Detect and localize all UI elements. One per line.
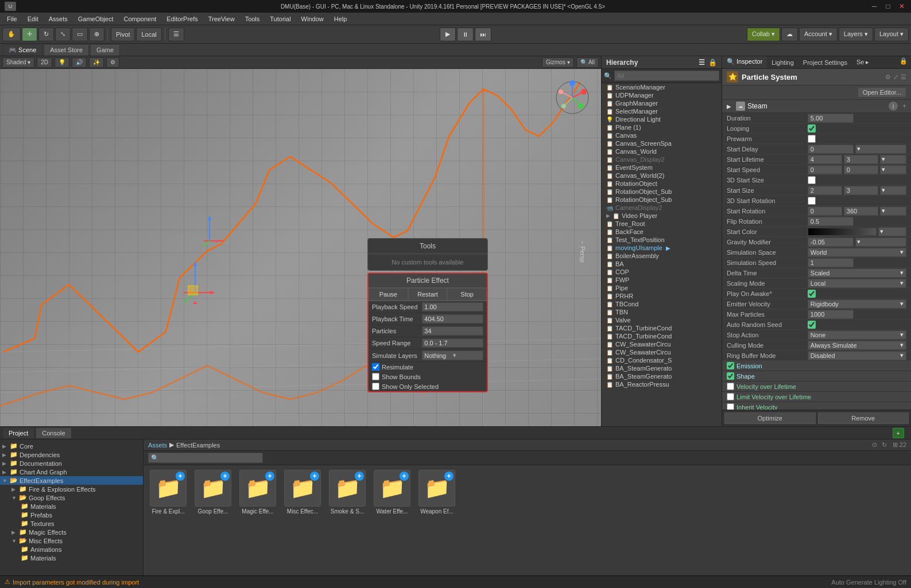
hierarchy-item-ba-steam-2[interactable]: 📋 BA_SteamGenerato xyxy=(602,372,722,380)
tree-item-documentation[interactable]: ▶ 📁 Documentation xyxy=(0,459,143,468)
optimize-button[interactable]: Optimize xyxy=(724,412,816,424)
simulation-space-dropdown[interactable]: World ▾ xyxy=(808,248,906,257)
asset-goop-effects[interactable]: 📁 + Goop Effe... xyxy=(193,470,233,571)
hierarchy-item-ba[interactable]: 📋 BA xyxy=(602,260,722,268)
show-only-selected-checkbox[interactable] xyxy=(372,383,379,390)
hierarchy-item-video-player[interactable]: ▶ 📋 Video Player xyxy=(602,212,722,220)
limit-velocity-section[interactable]: Limit Velocity over Lifetime xyxy=(722,392,911,402)
auto-random-seed-checkbox[interactable] xyxy=(808,321,816,329)
start-rotation-input2[interactable] xyxy=(844,207,878,216)
tree-item-goop-effects[interactable]: ▼ 📂 Goop Effects xyxy=(0,493,143,502)
tree-item-prefabs[interactable]: 📁 Prefabs xyxy=(0,511,143,519)
duration-input[interactable] xyxy=(808,114,854,123)
tree-item-animations[interactable]: 📁 Animations xyxy=(0,545,143,554)
play-on-awake-checkbox[interactable] xyxy=(808,290,816,298)
emitter-velocity-dropdown[interactable]: Rigidbody ▾ xyxy=(808,299,906,309)
account-button[interactable]: Account ▾ xyxy=(799,28,838,41)
overlay-toggles[interactable]: ⚙ xyxy=(106,57,119,68)
playback-time-input[interactable] xyxy=(422,314,483,324)
hierarchy-search-input[interactable] xyxy=(614,71,719,81)
asset-smoke[interactable]: 📁 + Smoke & S... xyxy=(327,470,367,571)
hierarchy-item-select-manager[interactable]: 📋 SelectManager xyxy=(602,107,722,115)
maximize-button[interactable]: □ xyxy=(883,2,893,11)
start-lifetime-input1[interactable] xyxy=(808,155,842,164)
tab-asset-store[interactable]: Asset Store xyxy=(44,44,89,56)
menu-item-file[interactable]: File xyxy=(2,14,22,24)
show-bounds-checkbox[interactable] xyxy=(372,373,379,380)
restart-particle-button[interactable]: Restart xyxy=(408,288,448,301)
hierarchy-item-camera-display2[interactable]: 📹 CameraDisplay2 xyxy=(602,204,722,212)
tree-item-textures[interactable]: 📁 Textures xyxy=(0,519,143,528)
hierarchy-item-eventsystem[interactable]: 📋 EventSystem xyxy=(602,163,722,172)
velocity-lifetime-section[interactable]: Velocity over Lifetime xyxy=(722,381,911,392)
menu-item-tools[interactable]: Tools xyxy=(241,14,265,24)
tree-item-misc-effects[interactable]: ▼ 📂 Misc Effects xyxy=(0,536,143,545)
hierarchy-item-cw-1[interactable]: 📋 CW_SeawaterCircu xyxy=(602,340,722,348)
tab-game[interactable]: Game xyxy=(90,44,120,56)
shape-section[interactable]: Shape xyxy=(722,371,911,381)
start-rotation-dropdown[interactable]: ▾ xyxy=(880,207,906,216)
inspector-tab-se[interactable]: Se ▸ xyxy=(852,56,874,68)
tree-item-core[interactable]: ▶ 📁 Core xyxy=(0,442,143,450)
pause-button[interactable]: ⏸ xyxy=(457,28,474,41)
delta-time-dropdown[interactable]: Scaled ▾ xyxy=(808,268,906,278)
hierarchy-item-backface[interactable]: 📋 BackFace xyxy=(602,228,722,236)
limit-velocity-checkbox[interactable] xyxy=(727,393,734,400)
hand-tool-button[interactable]: ✋ xyxy=(2,28,21,41)
menu-item-window[interactable]: Window xyxy=(297,14,328,24)
asset-misc-effects[interactable]: 📁 + Misc Effec... xyxy=(282,470,323,571)
start-speed-input2[interactable] xyxy=(844,165,878,174)
local-button[interactable]: Local xyxy=(136,28,161,41)
hierarchy-item-test-text[interactable]: 📋 Test_TextPosition xyxy=(602,236,722,244)
assets-root[interactable]: Assets xyxy=(148,442,167,449)
menu-item-gameobject[interactable]: GameObject xyxy=(73,14,118,24)
shaded-dropdown[interactable]: Shaded ▾ xyxy=(2,57,34,68)
collab-button[interactable]: Collab ▾ xyxy=(747,28,780,41)
add-asset-button[interactable]: + xyxy=(893,428,904,438)
hierarchy-item-scenario-manager[interactable]: 📋 ScenarioManager xyxy=(602,83,722,91)
hierarchy-item-tbn[interactable]: 📋 TBN xyxy=(602,308,722,316)
simulation-speed-input[interactable] xyxy=(808,258,854,267)
hierarchy-item-fwp[interactable]: 📋 FWP xyxy=(602,276,722,284)
hierarchy-item-canvas-world2[interactable]: 📋 Canvas_World(2) xyxy=(602,172,722,180)
hierarchy-item-moving-ui[interactable]: 📋 movingUIsample ▶ xyxy=(602,244,722,252)
particles-input[interactable] xyxy=(422,326,483,336)
transform-tool-button[interactable]: ⊕ xyxy=(89,28,104,41)
start-delay-input[interactable] xyxy=(808,145,854,154)
asset-fire-explosion[interactable]: 📁 + Fire & Expl... xyxy=(148,470,188,571)
cloud-button[interactable]: ☁ xyxy=(781,28,798,41)
shape-checkbox[interactable] xyxy=(727,372,734,380)
start-color-picker[interactable] xyxy=(808,228,877,236)
effects-toggle[interactable]: ✨ xyxy=(89,57,104,68)
tab-project[interactable]: Project xyxy=(2,427,34,439)
minimize-button[interactable]: ─ xyxy=(870,2,879,11)
tree-item-magic-effects[interactable]: ▶ 📁 Magic Effects xyxy=(0,528,143,536)
inherit-velocity-section[interactable]: Inherit Velocity xyxy=(722,402,911,410)
looping-checkbox[interactable] xyxy=(808,124,816,133)
hierarchy-item-canvas-screenspace[interactable]: 📋 Canvas_ScreenSpa xyxy=(602,139,722,147)
hierarchy-item-rotation-sub2[interactable]: 📋 RotationObject_Sub xyxy=(602,196,722,204)
search-scene[interactable]: 🔍 All xyxy=(576,57,599,68)
menu-item-treeview[interactable]: TreeView xyxy=(204,14,239,24)
move-tool-button[interactable]: ✛ xyxy=(22,28,37,41)
hierarchy-item-rotation-sub1[interactable]: 📋 RotationObject_Sub xyxy=(602,188,722,196)
lighting-toggle[interactable]: 💡 xyxy=(55,57,69,68)
inspector-maximize-icon[interactable]: ⤢ xyxy=(893,73,898,81)
hierarchy-item-valve[interactable]: 📋 Valve xyxy=(602,316,722,324)
inspector-settings-icon[interactable]: ⚙ xyxy=(885,73,891,81)
info-icon[interactable]: i xyxy=(889,102,898,111)
open-editor-button[interactable]: Open Editor... xyxy=(858,87,906,98)
rotate-tool-button[interactable]: ↻ xyxy=(38,28,54,41)
hierarchy-item-pipe[interactable]: 📋 Pipe xyxy=(602,284,722,292)
tree-item-chart-graph[interactable]: ▶ 📁 Chart And Graph xyxy=(0,468,143,476)
culling-mode-dropdown[interactable]: Always Simulate ▾ xyxy=(808,341,906,350)
hierarchy-item-ba-steam-1[interactable]: 📋 BA_SteamGenerato xyxy=(602,364,722,372)
asset-weapon-effects[interactable]: 📁 + Weapon Ef... xyxy=(417,470,457,571)
inspector-menu-icon[interactable]: ☰ xyxy=(901,73,906,81)
start-color-dropdown[interactable]: ▾ xyxy=(878,227,906,236)
hierarchy-item-tacd-2[interactable]: 📋 TACD_TurbineCond xyxy=(602,332,722,340)
inspector-tab-lighting[interactable]: Lighting xyxy=(767,56,798,68)
start-size-input2[interactable] xyxy=(844,186,878,195)
speed-range-input[interactable] xyxy=(422,338,483,348)
tab-scene[interactable]: 🎮 Scene xyxy=(2,44,42,56)
